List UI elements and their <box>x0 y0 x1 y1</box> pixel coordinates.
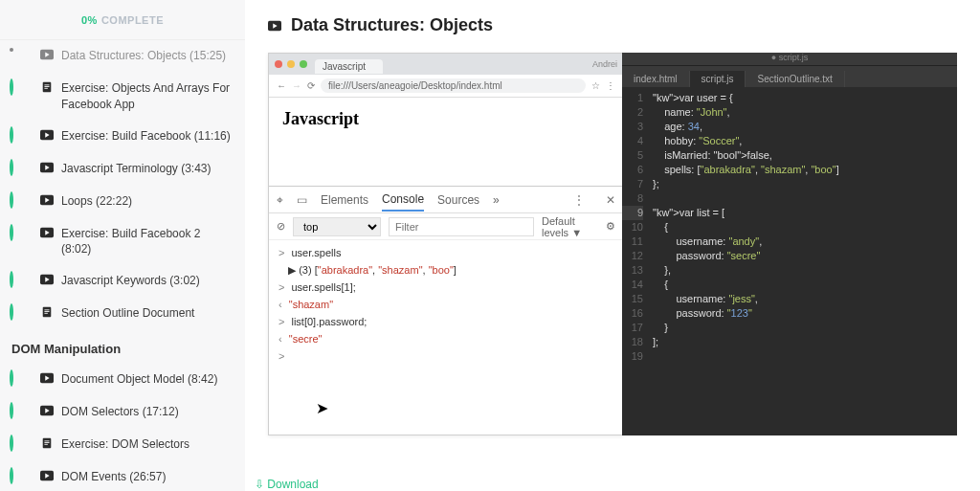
lesson-row[interactable]: Loops (22:22) <box>0 186 245 218</box>
code-line: "kw">var user = { <box>653 91 839 105</box>
code-area[interactable]: 12345678910111213141516171819 "kw">var u… <box>622 87 957 368</box>
min-dot[interactable] <box>287 60 295 68</box>
fwd-icon[interactable]: → <box>292 80 301 91</box>
devtools-panel: ⌖ ▭ Elements Console Sources » ⋮ ✕ ⊘ top… <box>269 186 623 435</box>
lesson-list: Data Structures: Objects (15:25)Exercise… <box>0 40 245 330</box>
context-select[interactable]: top <box>293 217 381 236</box>
status-indicator <box>10 436 27 454</box>
lesson-title: Javascript Terminology (3:43) <box>61 161 234 177</box>
progress-label: COMPLETE <box>101 14 164 26</box>
lesson-row[interactable]: DOM Events (26:57) <box>0 461 245 491</box>
lesson-row[interactable]: Section Outline Document <box>0 298 245 330</box>
close-dot[interactable] <box>275 60 282 68</box>
course-sidebar: 0% COMPLETE Data Structures: Objects (15… <box>0 0 245 491</box>
editor-tab[interactable]: index.html <box>622 71 690 87</box>
code-line: ]; <box>653 335 839 349</box>
editor-tab[interactable]: script.js <box>690 71 746 87</box>
address-bar[interactable]: file:///Users/aneagoie/Desktop/index.htm… <box>321 78 586 93</box>
page-title: Data Structures: Objects <box>268 15 957 35</box>
traffic-lights <box>275 60 307 68</box>
max-dot[interactable] <box>300 60 307 68</box>
star-icon[interactable]: ☆ <box>591 80 600 91</box>
svg-rect-5 <box>44 88 47 89</box>
play-icon <box>40 49 54 60</box>
lesson-title: Loops (22:22) <box>61 193 234 210</box>
code-line: age: 34, <box>653 120 839 134</box>
play-icon <box>40 227 54 238</box>
status-indicator <box>10 404 27 421</box>
svg-rect-26 <box>44 442 49 443</box>
inspect-icon[interactable]: ⌖ <box>277 193 283 207</box>
reload-icon[interactable]: ⟳ <box>307 80 315 91</box>
lesson-title: Section Outline Document <box>61 305 234 322</box>
back-icon[interactable]: ← <box>277 80 286 91</box>
status-indicator <box>10 48 27 65</box>
console-line: > list[0].password; <box>278 313 613 330</box>
code-source[interactable]: "kw">var user = { name: "John", age: 34,… <box>649 87 843 368</box>
code-line: password: "secre" <box>653 249 839 263</box>
lesson-row[interactable]: Exercise: Objects And Arrays For Faceboo… <box>0 73 245 121</box>
download-icon: ⇩ <box>255 478 267 491</box>
status-indicator <box>10 80 27 98</box>
svg-rect-18 <box>44 311 49 312</box>
browser-window: Javascript Andrei ← → ⟳ file:///Users/an… <box>268 53 624 435</box>
tab-elements[interactable]: Elements <box>321 190 368 211</box>
code-line: spells: ["abrakadra", "shazam", "boo"] <box>653 163 839 177</box>
doc-icon <box>40 306 54 318</box>
devtools-menu-icon[interactable]: ⋮ <box>573 193 585 207</box>
download-link[interactable]: ⇩ Download <box>245 472 328 491</box>
play-icon <box>40 372 54 384</box>
console-line: > user.spells[1]; <box>278 279 613 296</box>
page-title-text: Data Structures: Objects <box>291 15 493 35</box>
status-indicator <box>10 469 27 486</box>
svg-rect-19 <box>44 313 47 314</box>
status-indicator <box>10 226 27 243</box>
profile-name: Andrei <box>592 59 617 69</box>
lesson-title: Data Structures: Objects (15:25) <box>61 48 234 64</box>
levels-select[interactable]: Default levels ▼ <box>542 215 598 238</box>
svg-rect-27 <box>44 444 47 445</box>
lesson-row[interactable]: Exercise: Build Facebook (11:16) <box>0 121 245 153</box>
lesson-row[interactable]: Data Structures: Objects (15:25) <box>0 40 245 73</box>
filter-input[interactable] <box>389 217 534 236</box>
console-line: ▶ (3) ["abrakadra", "shazam", "boo"] <box>278 261 613 279</box>
code-line: username: "jess", <box>653 292 839 306</box>
code-line: hobby: "Soccer", <box>653 134 839 148</box>
lesson-row[interactable]: Exercise: Build Facebook 2 (8:02) <box>0 218 245 266</box>
play-icon <box>40 129 54 141</box>
lesson-row[interactable]: Javascript Keywords (3:02) <box>0 265 245 298</box>
device-icon[interactable]: ▭ <box>297 193 307 207</box>
play-icon <box>40 194 54 206</box>
section-header: DOM Manipulation <box>0 330 245 364</box>
lesson-title: Exercise: Build Facebook 2 (8:02) <box>61 226 234 258</box>
menu-icon[interactable]: ⋮ <box>606 80 615 91</box>
svg-rect-3 <box>44 84 49 85</box>
lesson-row[interactable]: Javascript Terminology (3:43) <box>0 153 245 186</box>
play-icon <box>40 162 54 173</box>
main-content: Data Structures: Objects Javascript Andr… <box>245 0 980 491</box>
play-icon <box>40 274 54 285</box>
lesson-title: Exercise: Objects And Arrays For Faceboo… <box>61 80 234 113</box>
tab-console[interactable]: Console <box>382 189 424 212</box>
console-output[interactable]: > user.spells ▶ (3) ["abrakadra", "shaza… <box>269 240 623 368</box>
clear-icon[interactable]: ⊘ <box>277 220 285 233</box>
lesson-row[interactable]: Exercise: DOM Selectors <box>0 429 245 461</box>
play-icon <box>268 20 281 32</box>
gear-icon[interactable]: ⚙ <box>606 220 615 233</box>
tab-sources[interactable]: Sources <box>437 190 479 211</box>
code-line: { <box>653 220 839 234</box>
lesson-row[interactable]: DOM Selectors (17:12) <box>0 396 245 429</box>
doc-icon <box>40 81 54 93</box>
status-indicator <box>10 128 27 145</box>
tab-more[interactable]: » <box>493 190 500 211</box>
browser-tab[interactable]: Javascript <box>315 59 383 74</box>
code-line: { <box>653 278 839 292</box>
status-indicator <box>10 193 27 211</box>
devtools-close-icon[interactable]: ✕ <box>606 193 615 207</box>
lesson-row[interactable]: Document Object Model (8:42) <box>0 364 245 396</box>
svg-rect-25 <box>44 441 49 442</box>
progress-pct: 0% <box>81 14 98 26</box>
editor-tab[interactable]: SectionOutline.txt <box>746 71 844 87</box>
code-line: password: "123" <box>653 306 839 321</box>
lesson-title: DOM Selectors (17:12) <box>61 404 234 420</box>
